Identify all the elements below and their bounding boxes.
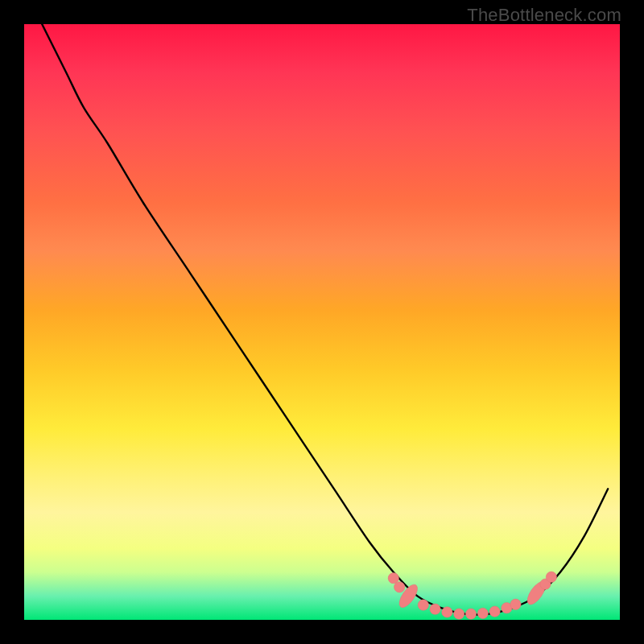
curve-markers: [388, 572, 556, 619]
curve-marker: [502, 603, 512, 613]
curve-marker: [524, 579, 549, 607]
curve-marker: [418, 600, 428, 610]
curve-marker: [394, 582, 405, 592]
curve-marker: [540, 579, 551, 589]
chart-svg: [24, 24, 620, 620]
curve-marker: [396, 582, 421, 610]
curve-marker: [477, 608, 488, 618]
curve-marker: [489, 606, 500, 617]
curve-marker: [454, 609, 464, 619]
watermark-text: TheBottleneck.com: [467, 5, 621, 26]
curve-marker: [388, 573, 398, 584]
curve-marker: [546, 572, 556, 582]
curve-marker: [465, 609, 476, 619]
curve-marker: [430, 604, 440, 614]
chart-frame: TheBottleneck.com: [0, 0, 644, 644]
curve-marker: [510, 599, 521, 609]
curve-marker: [442, 607, 452, 617]
plot-area: [24, 24, 620, 620]
bottleneck-curve: [42, 24, 608, 615]
